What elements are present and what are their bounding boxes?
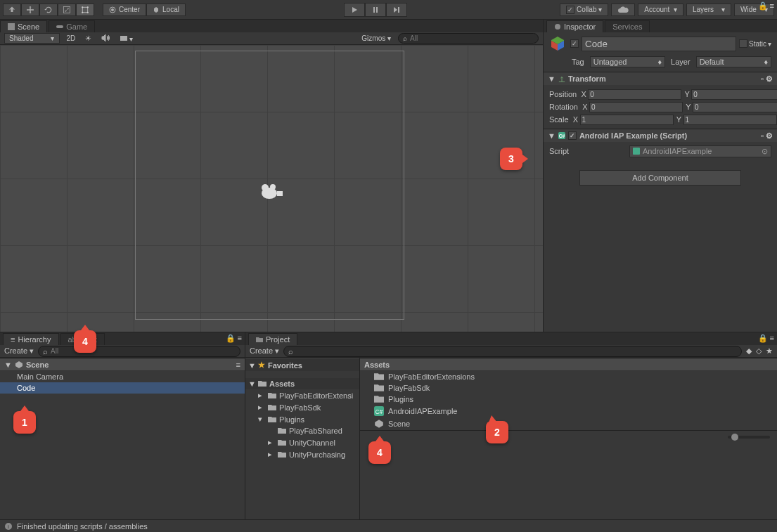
pause-button[interactable] xyxy=(365,3,386,17)
svg-rect-20 xyxy=(633,148,640,155)
tab-services[interactable]: Services xyxy=(605,20,650,32)
project-asset-item[interactable]: Plugins xyxy=(360,394,777,405)
filter-icon[interactable]: ◆ xyxy=(746,346,752,356)
scene-search[interactable]: ⌕ xyxy=(398,33,539,44)
project-tree-item[interactable]: ▸UnityPurchasing xyxy=(245,448,359,460)
scene-menu-icon[interactable]: ≡ xyxy=(236,361,240,369)
tab-game[interactable]: Game xyxy=(49,20,95,32)
project-tree-item[interactable]: ▸PlayFabSdk xyxy=(245,401,359,413)
project-create-dropdown[interactable]: Create ▾ xyxy=(250,346,279,356)
svg-rect-12 xyxy=(120,36,127,41)
rotation-y[interactable] xyxy=(693,102,777,112)
cloud-button[interactable] xyxy=(611,4,635,16)
component-help-icon[interactable]: ▫ ⚙ xyxy=(761,131,773,141)
search-icon: ⌕ xyxy=(403,34,407,42)
rect-tool[interactable] xyxy=(76,4,94,16)
scene-viewport[interactable] xyxy=(0,45,543,332)
foldout-arrow-icon: ▼ xyxy=(548,131,556,140)
account-dropdown[interactable]: Account ▾ xyxy=(638,4,683,16)
inspector-lock-icon[interactable]: 🔒 ≡ xyxy=(758,1,774,11)
pivot-local-button[interactable]: Local xyxy=(146,4,186,16)
assets-header[interactable]: ▼Assets xyxy=(245,378,359,389)
annotation-bubble-4b: 4 xyxy=(368,441,391,464)
rotation-x[interactable] xyxy=(589,102,683,112)
favorites-header[interactable]: ▼★Favorites xyxy=(245,359,359,371)
project-asset-item[interactable]: C#AndroidIAPExample xyxy=(360,405,777,417)
tab-project[interactable]: Project xyxy=(248,333,297,345)
info-icon: i xyxy=(4,522,13,531)
position-y[interactable] xyxy=(691,89,777,100)
svg-point-4 xyxy=(82,11,83,13)
gameobject-name-input[interactable] xyxy=(582,37,736,51)
svg-point-14 xyxy=(262,184,269,191)
search-icon: ⌕ xyxy=(43,347,48,356)
hierarchy-create-dropdown[interactable]: Create ▾ xyxy=(4,346,34,356)
filter-icon[interactable]: ◇ xyxy=(756,346,762,356)
save-filter-icon[interactable]: ★ xyxy=(766,346,773,356)
svg-rect-10 xyxy=(398,7,399,13)
asset-size-slider[interactable] xyxy=(728,436,770,439)
project-tree-item[interactable]: ▸UnityChannel xyxy=(245,436,359,448)
move-tool[interactable] xyxy=(21,4,39,16)
scale-x[interactable] xyxy=(580,115,674,125)
project-search[interactable]: ⌕ xyxy=(283,346,742,357)
tag-dropdown[interactable]: Untagged♦ xyxy=(590,56,665,67)
assets-breadcrumb[interactable]: Assets xyxy=(360,359,777,371)
gameobject-active-checkbox[interactable] xyxy=(570,39,579,48)
script-object-field[interactable]: AndroidIAPExample ⊙ xyxy=(629,145,771,157)
hierarchy-item-code[interactable]: Code xyxy=(0,382,245,394)
project-tree-item[interactable]: ▾Plugins xyxy=(245,413,359,425)
svg-rect-8 xyxy=(373,7,375,13)
shading-dropdown[interactable]: Shaded ▾ xyxy=(4,33,60,44)
script-enabled-checkbox[interactable] xyxy=(568,131,577,140)
layers-dropdown[interactable]: Layers ▾ xyxy=(686,4,731,16)
project-tree-item[interactable]: PlayFabShared xyxy=(245,425,359,436)
camera-gizmo-icon[interactable] xyxy=(259,182,285,202)
audio-toggle[interactable] xyxy=(98,34,113,44)
pivot-center-button[interactable]: Center xyxy=(103,4,146,16)
gameobject-cube-icon xyxy=(549,35,566,52)
hand-tool[interactable] xyxy=(3,4,21,16)
svg-rect-11 xyxy=(8,23,15,30)
layer-dropdown[interactable]: Default♦ xyxy=(696,56,771,67)
script-header[interactable]: ▼ C# Android IAP Example (Script) ▫ ⚙ xyxy=(544,129,777,142)
hierarchy-item-main-camera[interactable]: Main Camera xyxy=(0,371,245,382)
step-button[interactable] xyxy=(386,3,407,17)
panel-lock-icon[interactable]: 🔒 ≡ xyxy=(758,334,774,343)
scene-search-input[interactable] xyxy=(410,34,534,42)
scene-tabs: Scene Game ≡ xyxy=(0,20,543,32)
scene-header[interactable]: ▼ Scene ≡ xyxy=(0,359,245,371)
play-button[interactable] xyxy=(344,3,365,17)
project-search-input[interactable] xyxy=(296,347,737,355)
panel-lock-icon[interactable]: 🔒 ≡ xyxy=(226,334,242,343)
transform-header[interactable]: ▼ Transform ▫ ⚙ xyxy=(544,72,777,85)
scale-y[interactable] xyxy=(683,115,777,125)
position-x[interactable] xyxy=(588,89,681,100)
project-asset-item[interactable]: PlayFabSdk xyxy=(360,382,777,394)
annotation-bubble-1: 1 xyxy=(13,411,36,434)
tab-hierarchy[interactable]: ≡Hierarchy xyxy=(3,333,59,345)
scene-toolbar: Shaded ▾ 2D ☀ ▾ Gizmos ▾ ⌕ xyxy=(0,32,543,45)
lighting-toggle[interactable]: ☀ xyxy=(82,34,94,43)
hierarchy-search[interactable]: ⌕ xyxy=(38,346,240,357)
add-component-button[interactable]: Add Component xyxy=(579,170,741,186)
static-checkbox[interactable]: Static▾ xyxy=(739,39,771,48)
play-controls xyxy=(344,3,407,17)
svg-rect-9 xyxy=(376,7,378,13)
tab-scene[interactable]: Scene xyxy=(0,20,47,32)
fx-toggle[interactable]: ▾ xyxy=(117,34,136,44)
svg-point-5 xyxy=(87,11,89,13)
svg-point-6 xyxy=(111,8,114,11)
tab-inspector[interactable]: Inspector xyxy=(546,20,603,32)
project-asset-item[interactable]: Scene xyxy=(360,417,777,430)
inspector-panel: Inspector Services 🔒 ≡ Static▾ Tag Untag… xyxy=(543,20,777,332)
project-tree-item[interactable]: ▸PlayFabEditorExtensi xyxy=(245,389,359,401)
gizmos-dropdown[interactable]: Gizmos ▾ xyxy=(359,34,394,43)
status-bar: i Finished updating scripts / assemblies xyxy=(0,519,777,532)
collab-dropdown[interactable]: Collab ▾ xyxy=(560,4,608,16)
mode-2d-toggle[interactable]: 2D xyxy=(64,34,79,43)
project-asset-item[interactable]: PlayFabEditorExtensions xyxy=(360,371,777,382)
component-help-icon[interactable]: ▫ ⚙ xyxy=(761,74,773,84)
rotate-tool[interactable] xyxy=(39,4,58,16)
scale-tool[interactable] xyxy=(58,4,76,16)
